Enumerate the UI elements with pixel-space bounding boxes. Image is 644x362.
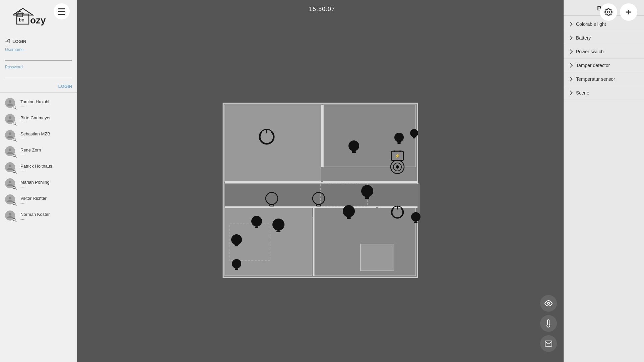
username-input[interactable] — [5, 53, 72, 61]
user-info: Marian Pohling --- — [20, 180, 50, 189]
svg-point-58 — [361, 185, 373, 197]
menu-button[interactable] — [54, 3, 70, 19]
main-area: ⚡ — [77, 18, 564, 362]
user-item[interactable]: Norman Köster --- — [0, 208, 77, 225]
user-status: --- — [20, 104, 49, 109]
user-status: --- — [20, 136, 50, 141]
username-label: Username — [5, 47, 72, 52]
user-status: --- — [20, 153, 41, 157]
svg-point-21 — [13, 202, 15, 205]
device-label: Colorable light — [576, 21, 606, 27]
svg-point-71 — [251, 216, 262, 227]
svg-line-14 — [15, 140, 16, 141]
user-avatar — [5, 178, 17, 190]
device-item[interactable]: Scene — [564, 86, 644, 100]
user-name: Rene Zorn — [20, 147, 41, 153]
hamburger-icon — [58, 8, 65, 15]
user-item[interactable]: Rene Zorn --- — [0, 144, 77, 160]
svg-point-23 — [13, 219, 15, 221]
clock: 15:50:07 — [309, 6, 335, 13]
svg-point-17 — [13, 170, 15, 173]
svg-point-47 — [394, 133, 404, 142]
svg-line-16 — [15, 156, 16, 158]
user-status: --- — [20, 120, 51, 125]
svg-line-24 — [15, 221, 16, 222]
device-item[interactable]: Tamper detector — [564, 59, 644, 72]
chevron-right-icon — [568, 49, 573, 54]
password-input[interactable] — [5, 70, 72, 78]
add-button[interactable] — [620, 3, 637, 21]
user-avatar — [5, 130, 17, 142]
device-label: Tamper detector — [576, 63, 610, 68]
user-item[interactable]: Tamino Huxohl --- — [0, 96, 77, 112]
svg-point-49 — [410, 129, 418, 137]
search-icon — [12, 137, 17, 142]
user-avatar — [5, 194, 17, 206]
svg-point-15 — [13, 154, 15, 157]
svg-point-0 — [607, 11, 609, 13]
user-avatar — [5, 98, 17, 110]
user-status: --- — [20, 185, 50, 189]
user-item[interactable]: Birte Carlmeyer --- — [0, 112, 77, 128]
message-button[interactable] — [540, 335, 557, 352]
user-info: Norman Köster --- — [20, 212, 50, 222]
svg-point-75 — [232, 259, 241, 268]
user-status: --- — [20, 217, 50, 222]
svg-line-10 — [15, 108, 16, 109]
svg-rect-74 — [235, 245, 238, 246]
svg-line-18 — [15, 172, 16, 174]
settings-button[interactable] — [600, 3, 617, 21]
login-header: LOGIN — [5, 39, 72, 44]
svg-rect-68 — [347, 217, 351, 219]
user-name: Tamino Huxohl — [20, 99, 49, 104]
svg-rect-70 — [276, 231, 280, 232]
search-icon — [12, 218, 17, 223]
search-icon — [12, 186, 17, 190]
device-item[interactable]: Battery — [564, 31, 644, 45]
svg-point-9 — [13, 106, 15, 108]
chevron-right-icon — [568, 90, 573, 95]
users-list: Tamino Huxohl --- Birte Carlmeyer --- — [0, 93, 77, 362]
top-right-buttons — [600, 3, 637, 21]
topbar: 15:50:07 — [0, 0, 644, 18]
svg-point-67 — [343, 205, 355, 217]
svg-line-22 — [15, 204, 16, 206]
temperature-button[interactable] — [540, 315, 557, 332]
device-item[interactable]: Power switch — [564, 45, 644, 59]
eye-icon — [544, 299, 553, 307]
eye-button[interactable] — [540, 295, 557, 312]
user-item[interactable]: Sebastian MZB --- — [0, 128, 77, 144]
user-name: Marian Pohling — [20, 180, 50, 185]
svg-point-11 — [13, 122, 15, 124]
device-label: Power switch — [576, 49, 603, 54]
gear-icon — [604, 8, 613, 16]
svg-point-79 — [548, 302, 550, 304]
svg-rect-78 — [414, 222, 417, 223]
user-info: Sebastian MZB --- — [20, 131, 50, 141]
user-item[interactable]: Patrick Holthaus --- — [0, 160, 77, 176]
user-avatar — [5, 146, 17, 158]
user-item[interactable]: Marian Pohling --- — [0, 176, 77, 192]
svg-point-43 — [348, 140, 359, 151]
svg-rect-27 — [225, 105, 322, 182]
chevron-right-icon — [568, 77, 573, 81]
right-sidebar: Bath Colorable light Battery Power switc… — [564, 0, 644, 362]
svg-point-73 — [231, 234, 242, 245]
login-button[interactable]: LOGIN — [5, 84, 72, 89]
svg-line-20 — [15, 188, 16, 190]
device-item[interactable]: Temperatur sensor — [564, 72, 644, 86]
thermometer-icon — [544, 319, 553, 327]
floorplan-svg: ⚡ — [216, 97, 424, 284]
search-icon — [12, 105, 17, 110]
user-info: Patrick Holthaus --- — [20, 164, 52, 173]
user-item[interactable]: Viktor Richter --- — [0, 192, 77, 208]
user-avatar — [5, 162, 17, 174]
search-icon — [12, 121, 17, 126]
floorplan: ⚡ — [216, 97, 424, 284]
plus-icon — [625, 8, 633, 16]
user-name: Birte Carlmeyer — [20, 115, 51, 120]
device-label: Temperatur sensor — [576, 76, 615, 82]
user-name: Viktor Richter — [20, 196, 47, 201]
svg-rect-48 — [397, 142, 401, 144]
password-label: Password — [5, 65, 72, 69]
